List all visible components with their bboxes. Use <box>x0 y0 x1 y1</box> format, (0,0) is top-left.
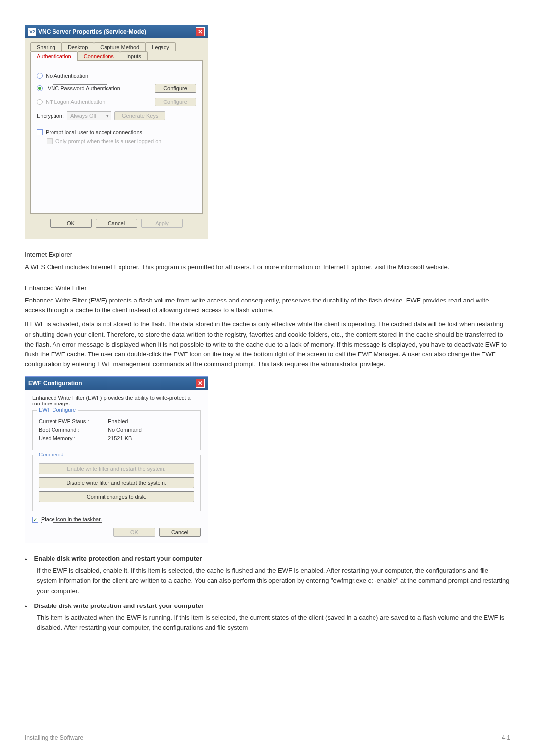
vnc-titlebar: V2 VNC Server Properties (Service-Mode) … <box>25 25 208 38</box>
heading-internet-explorer: Internet Explorer <box>25 251 510 258</box>
configure-button[interactable]: Configure <box>155 84 196 93</box>
ewf-description: Enhanced Write Filter (EWF) provides the… <box>32 395 201 406</box>
page-footer: Installing the Software 4-1 <box>25 730 510 741</box>
tab-capture-method[interactable]: Capture Method <box>94 42 146 51</box>
ewf-status-value: Enabled <box>108 418 128 424</box>
tab-sharing[interactable]: Sharing <box>30 42 62 51</box>
apply-button: Apply <box>141 219 183 228</box>
paragraph-ewf-1: Enhanced Write Filter (EWF) protects a f… <box>25 296 510 315</box>
paragraph-ie: A WES Client includes Internet Explorer.… <box>25 262 510 272</box>
vnc-title: VNC Server Properties (Service-Mode) <box>38 28 146 35</box>
ewf-command-legend: Command <box>37 452 66 457</box>
enable-filter-button: Enable write filter and restart the syst… <box>39 463 194 474</box>
commit-changes-button[interactable]: Commit changes to disk. <box>39 491 194 502</box>
footer-right: 4-1 <box>502 734 510 741</box>
cancel-button[interactable]: Cancel <box>96 219 137 228</box>
tab-inputs[interactable]: Inputs <box>120 51 148 61</box>
bullet-disable-body: This item is activated when the EWF is r… <box>37 613 510 633</box>
bullet-enable-body: If the EWF is disabled, enable it. If th… <box>37 566 510 596</box>
boot-command-value: No Command <box>108 427 142 433</box>
radio-vnc-password-label: VNC Password Authentication <box>46 85 155 91</box>
boot-command-label: Boot Command : <box>39 427 108 433</box>
tab-panel-authentication: No Authentication VNC Password Authentic… <box>30 60 203 214</box>
paragraph-ewf-2: If EWF is activated, data is not stored … <box>25 319 510 369</box>
taskbar-icon-label: Place icon in the taskbar. <box>41 516 102 523</box>
ewf-cancel-button[interactable]: Cancel <box>159 528 201 537</box>
vnc-tabs: Sharing Desktop Capture Method Legacy Au… <box>30 42 203 61</box>
ewf-ok-button: OK <box>113 528 155 537</box>
vnc-dialog: V2 VNC Server Properties (Service-Mode) … <box>25 25 208 239</box>
ewf-title: EWF Configuration <box>28 380 82 387</box>
taskbar-icon-checkbox[interactable] <box>32 517 38 523</box>
encryption-select: Always Off <box>67 111 111 120</box>
tab-desktop[interactable]: Desktop <box>61 42 94 51</box>
bullet-icon: • <box>25 555 27 565</box>
generate-keys-button: Generate Keys <box>114 111 165 120</box>
list-item: • Disable disk write protection and rest… <box>25 602 510 633</box>
ewf-command-group: Command Enable write filter and restart … <box>32 455 201 511</box>
list-item: • Enable disk write protection and resta… <box>25 555 510 596</box>
bullet-enable-title: Enable disk write protection and restart… <box>34 555 202 562</box>
footer-left: Installing the Software <box>25 734 83 741</box>
close-icon[interactable]: ✕ <box>196 379 205 388</box>
ewf-dialog: EWF Configuration ✕ Enhanced Write Filte… <box>25 376 208 543</box>
radio-nt-logon <box>37 99 43 105</box>
tab-legacy[interactable]: Legacy <box>145 42 175 51</box>
ewf-titlebar: EWF Configuration ✕ <box>25 377 208 390</box>
prompt-local-label: Prompt local user to accept connections <box>46 129 142 135</box>
only-prompt-label: Only prompt when there is a user logged … <box>55 138 161 144</box>
used-memory-label: Used Memory : <box>39 435 108 441</box>
radio-no-auth-label: No Authentication <box>46 73 196 79</box>
vnc-app-icon: V2 <box>28 28 36 36</box>
configure-nt-button: Configure <box>155 98 196 106</box>
disable-filter-button[interactable]: Disable write filter and restart the sys… <box>39 477 194 488</box>
ewf-configure-group: EWF Configure Current EWF Staus : Enable… <box>32 410 201 450</box>
radio-nt-logon-label: NT Logon Authentication <box>46 99 155 105</box>
prompt-local-checkbox[interactable] <box>37 129 43 135</box>
encryption-label: Encryption: <box>37 113 64 119</box>
heading-ewf: Enhanced Write Filter <box>25 284 510 292</box>
close-icon[interactable]: ✕ <box>196 27 205 36</box>
radio-vnc-password[interactable] <box>37 85 43 91</box>
only-prompt-checkbox <box>47 138 53 144</box>
bullet-disable-title: Disable disk write protection and restar… <box>34 602 204 609</box>
ok-button[interactable]: OK <box>50 219 92 228</box>
tab-authentication[interactable]: Authentication <box>30 51 78 61</box>
bullet-list: • Enable disk write protection and resta… <box>25 555 510 633</box>
ewf-status-label: Current EWF Staus : <box>39 418 108 424</box>
radio-no-auth[interactable] <box>37 73 43 79</box>
ewf-configure-legend: EWF Configure <box>37 407 78 413</box>
bullet-icon: • <box>25 602 27 612</box>
tab-connections[interactable]: Connections <box>77 51 120 61</box>
used-memory-value: 21521 KB <box>108 435 132 441</box>
